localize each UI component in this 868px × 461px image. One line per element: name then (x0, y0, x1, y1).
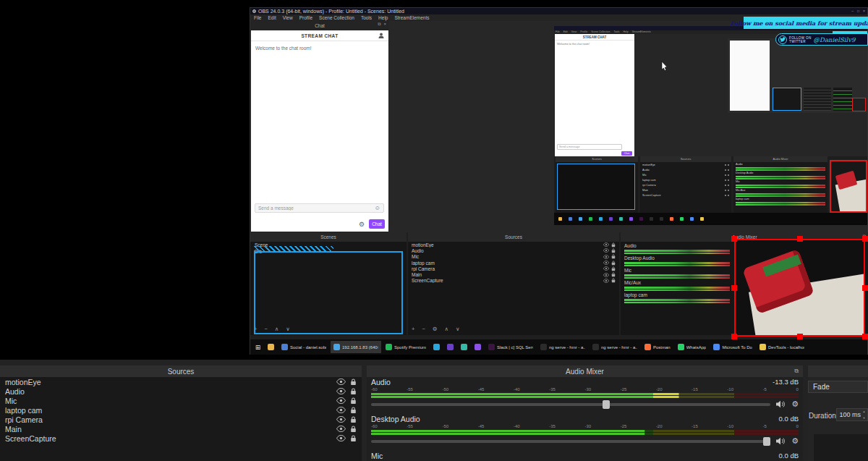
source-row[interactable]: Main (408, 271, 619, 277)
chat-settings-gear-icon[interactable]: ⚙ (359, 221, 365, 228)
lock-icon[interactable] (350, 378, 357, 386)
source-row[interactable]: rpi Camera (0, 415, 362, 424)
source-row[interactable]: laptop cam (0, 405, 362, 415)
source-row[interactable]: motionEye (408, 242, 619, 248)
source-row[interactable]: Mic (0, 396, 362, 405)
source-row[interactable]: Mic (408, 254, 619, 260)
volume-slider-handle[interactable] (763, 437, 770, 446)
rpi-camera-source-selected[interactable] (734, 239, 865, 337)
menu-item[interactable]: File (254, 14, 261, 21)
emote-icon[interactable]: ☺ (375, 205, 380, 212)
lock-icon[interactable] (350, 407, 357, 414)
eye-icon[interactable] (336, 416, 346, 423)
eye-icon[interactable] (603, 279, 609, 283)
selection-handle[interactable] (731, 334, 737, 339)
eye-icon[interactable] (603, 242, 609, 247)
eye-icon[interactable] (336, 426, 346, 432)
eye-icon[interactable] (336, 397, 346, 404)
source-properties-gear-icon[interactable]: ⚙ (433, 326, 438, 333)
speaker-icon[interactable] (776, 437, 786, 445)
transition-select[interactable]: Fade (808, 381, 868, 393)
menu-item[interactable]: Profile (299, 14, 312, 21)
chat-send-button[interactable]: Chat (369, 219, 385, 229)
speaker-icon[interactable] (776, 400, 786, 408)
duration-spinner[interactable]: 100 ms ▲ ▼ (836, 408, 868, 421)
taskbar-app-button[interactable]: ng serve - hmr - a... (590, 341, 640, 353)
lock-icon[interactable] (350, 426, 357, 433)
menu-item[interactable]: StreamElements (394, 14, 429, 21)
lock-icon[interactable] (350, 388, 357, 395)
selection-handle[interactable] (862, 285, 868, 291)
chat-message-input[interactable] (258, 206, 375, 211)
eye-icon[interactable] (336, 435, 346, 441)
taskbar-app-button[interactable]: ng serve - hmr - a... (537, 341, 588, 353)
taskbar-app-button[interactable]: Social - daniel.sobr... (278, 341, 329, 353)
selection-handle[interactable] (862, 334, 868, 339)
maximize-icon[interactable]: □ (857, 8, 859, 14)
close-icon[interactable]: × (863, 8, 865, 14)
volume-slider-handle[interactable] (603, 400, 610, 409)
add-source-button[interactable]: + (412, 326, 414, 333)
lock-icon[interactable] (611, 278, 616, 283)
volume-slider[interactable] (371, 403, 770, 406)
menu-item[interactable]: Edit (268, 14, 276, 21)
taskbar-app-button[interactable] (265, 341, 277, 353)
source-row[interactable]: ScreenCapture (0, 433, 362, 443)
move-source-up-button[interactable]: ∧ (445, 326, 449, 333)
source-row[interactable]: laptop cam (408, 260, 619, 266)
taskbar-app-button[interactable]: DevTools - localhos... (757, 341, 807, 353)
gear-icon[interactable]: ⚙ (791, 399, 799, 409)
selection-handle[interactable] (731, 285, 737, 291)
taskbar-app-button[interactable]: Spotify Premium (383, 341, 429, 353)
menu-item[interactable]: Help (378, 14, 388, 21)
taskbar-app-button[interactable] (458, 341, 470, 353)
eye-icon[interactable] (603, 261, 609, 265)
spin-up-icon[interactable]: ▲ (863, 410, 866, 413)
lock-icon[interactable] (350, 397, 357, 405)
close-icon[interactable]: × (383, 22, 386, 27)
viewer-list-icon[interactable] (378, 33, 384, 38)
eye-icon[interactable] (603, 273, 609, 277)
selection-handle[interactable] (797, 334, 803, 339)
remove-source-button[interactable]: − (422, 326, 425, 333)
eye-icon[interactable] (336, 388, 346, 394)
source-row[interactable]: motionEye (0, 377, 362, 386)
source-row[interactable]: ScreenCapture (408, 278, 619, 284)
lock-icon[interactable] (611, 248, 616, 253)
lock-icon[interactable] (611, 254, 616, 259)
windows-start-icon[interactable]: ⊞ (252, 344, 263, 351)
eye-icon[interactable] (336, 378, 346, 385)
selection-handle[interactable] (797, 236, 803, 242)
popout-icon[interactable]: ⧉ (378, 22, 380, 27)
source-row[interactable]: Audio (408, 248, 619, 253)
selection-handle[interactable] (731, 236, 737, 242)
lock-icon[interactable] (350, 416, 357, 423)
spin-down-icon[interactable]: ▼ (863, 416, 866, 420)
eye-icon[interactable] (336, 407, 346, 413)
eye-icon[interactable] (603, 248, 609, 253)
taskbar-app-button[interactable]: 192.168.1.83 (640×4... (331, 341, 381, 353)
menu-item[interactable]: Tools (361, 14, 372, 21)
eye-icon[interactable] (603, 255, 609, 259)
taskbar-app-button[interactable]: Postman (642, 341, 673, 353)
lock-icon[interactable] (350, 435, 357, 442)
lock-icon[interactable] (611, 261, 616, 266)
volume-slider[interactable] (371, 440, 770, 443)
taskbar-app-button[interactable]: Slack | c] SQL Serv... (485, 341, 536, 353)
menu-item[interactable]: View (283, 14, 293, 21)
popout-icon[interactable]: ⧉ (794, 368, 799, 375)
minimize-icon[interactable]: – (851, 8, 854, 14)
source-row[interactable]: Main (0, 424, 362, 433)
taskbar-app-button[interactable]: WhatsApp (675, 341, 710, 353)
move-source-down-button[interactable]: ∨ (456, 326, 460, 333)
lock-icon[interactable] (611, 242, 616, 248)
taskbar-app-button[interactable] (472, 341, 484, 353)
source-row[interactable]: Audio (0, 386, 362, 396)
lock-icon[interactable] (611, 272, 616, 277)
gear-icon[interactable]: ⚙ (791, 436, 799, 446)
taskbar-app-button[interactable]: Microsoft To Do (710, 341, 755, 353)
selection-handle[interactable] (862, 236, 868, 242)
taskbar-app-button[interactable] (430, 341, 443, 353)
eye-icon[interactable] (603, 266, 609, 271)
lock-icon[interactable] (611, 266, 616, 271)
